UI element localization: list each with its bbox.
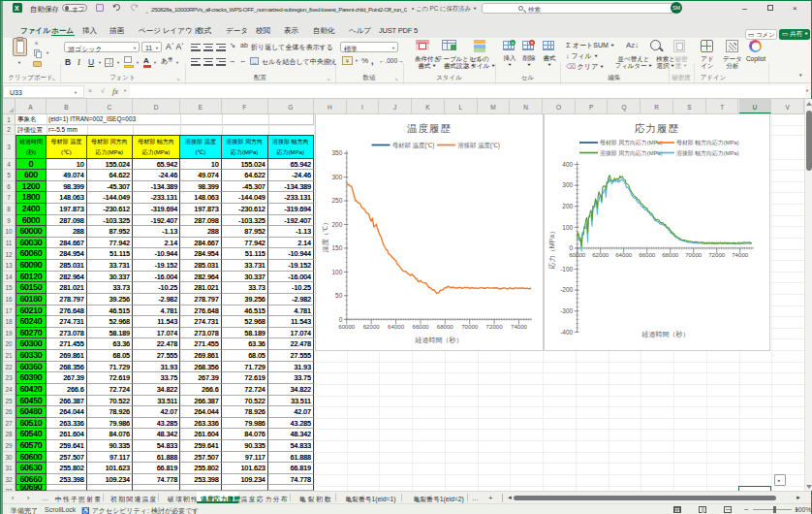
svg-text:66000: 66000 (413, 323, 430, 330)
svg-text:母材部 軸方向応力(MPa): 母材部 軸方向応力(MPa) (676, 139, 739, 146)
svg-text:溶接部 周方向応力(MPa): 溶接部 周方向応力(MPa) (600, 149, 663, 157)
svg-text:-300: -300 (560, 307, 573, 314)
svg-text:0: 0 (339, 316, 343, 323)
svg-text:62000: 62000 (363, 323, 381, 330)
svg-text:74000: 74000 (511, 323, 528, 330)
svg-text:50: 50 (335, 292, 343, 299)
svg-text:70000: 70000 (685, 251, 703, 258)
svg-text:応力（MPa）: 応力（MPa） (547, 228, 556, 270)
svg-text:200: 200 (562, 203, 573, 209)
svg-text:100: 100 (562, 224, 573, 231)
svg-text:母材部 温度(℃): 母材部 温度(℃) (392, 142, 434, 149)
svg-text:-400: -400 (560, 329, 573, 336)
svg-text:300: 300 (331, 174, 342, 180)
svg-text:温度履歴: 温度履歴 (407, 122, 452, 134)
svg-text:400: 400 (562, 161, 573, 168)
svg-text:60000: 60000 (338, 323, 356, 330)
svg-text:経過時間（秒）: 経過時間（秒） (415, 337, 463, 344)
svg-text:64000: 64000 (388, 323, 405, 330)
svg-text:300: 300 (562, 181, 573, 188)
svg-text:-200: -200 (560, 286, 573, 293)
svg-text:62000: 62000 (592, 251, 609, 258)
svg-text:66000: 66000 (639, 251, 656, 258)
svg-text:60000: 60000 (569, 251, 586, 258)
svg-text:溶接部 軸方向応力(MPa): 溶接部 軸方向応力(MPa) (676, 149, 739, 157)
svg-text:母材部 周方向応力(MPa): 母材部 周方向応力(MPa) (600, 139, 663, 146)
svg-text:72000: 72000 (708, 251, 726, 258)
svg-text:200: 200 (331, 221, 342, 228)
svg-text:150: 150 (331, 244, 342, 251)
svg-text:溶接部 温度(℃): 溶接部 温度(℃) (458, 142, 500, 149)
svg-text:72000: 72000 (486, 323, 504, 330)
svg-text:68000: 68000 (437, 323, 454, 330)
svg-text:68000: 68000 (662, 251, 679, 258)
svg-text:応力履歴: 応力履歴 (635, 122, 679, 134)
svg-text:70000: 70000 (461, 323, 479, 330)
svg-text:温度（℃）: 温度（℃） (322, 219, 329, 252)
svg-text:0: 0 (570, 244, 574, 251)
svg-text:-100: -100 (560, 266, 573, 273)
svg-text:350: 350 (331, 149, 342, 156)
svg-text:経過時間（秒）: 経過時間（秒） (641, 331, 690, 338)
svg-text:64000: 64000 (615, 251, 633, 258)
svg-text:74000: 74000 (732, 251, 749, 258)
svg-text:100: 100 (331, 269, 342, 275)
svg-text:250: 250 (331, 197, 342, 204)
